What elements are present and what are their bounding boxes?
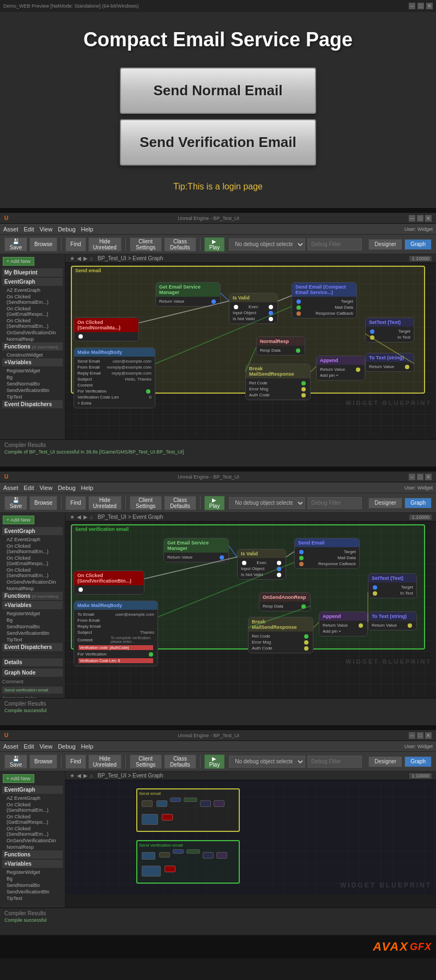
toolbar-class-3[interactable]: Class Defaults <box>164 755 196 769</box>
toolbar-browse-2[interactable]: Browse <box>29 496 57 510</box>
toolbar-play-3[interactable]: ▶ Play <box>204 755 225 769</box>
toolbar-hide-2[interactable]: Hide Unrelated <box>88 496 122 510</box>
menu-help-3[interactable]: Help <box>81 743 94 750</box>
add-new-btn-3[interactable]: + Add New <box>3 774 34 783</box>
toolbar-client-3[interactable]: Client Settings <box>130 755 162 769</box>
toolbar-find-2[interactable]: Find <box>65 496 86 510</box>
sidebar-on-clicked-1[interactable]: On Clicked (SendNormalEm...) <box>2 293 63 305</box>
add-new-btn[interactable]: + Add New <box>3 257 34 266</box>
sidebar-on-clicked-8[interactable]: On Clicked (GetEmailRespo...) <box>2 813 63 825</box>
debug-filter[interactable] <box>307 238 362 250</box>
node-get-email-service[interactable]: Get Email Service Manager Return Value <box>155 282 221 307</box>
node-make-mailreq[interactable]: Make MailReqBody Send Email user@example… <box>74 347 155 408</box>
ue-close-1[interactable]: ✕ <box>425 215 432 222</box>
ue-minimize-1[interactable]: ─ <box>409 215 415 222</box>
sidebar-var-bg[interactable]: Bg <box>2 374 63 381</box>
maximize-button[interactable]: □ <box>417 3 424 9</box>
sidebar-az-eventgraph-3[interactable]: AZ EventGraph <box>2 795 63 801</box>
toolbar-client-2[interactable]: Client Settings <box>130 496 162 510</box>
debug-filter-2[interactable] <box>307 497 362 509</box>
sidebar-var-tiptext[interactable]: TipText <box>2 394 63 400</box>
menu-asset-3[interactable]: Asset <box>3 743 19 750</box>
sidebar-var-sendverif-2[interactable]: SendVerificationBtn <box>2 630 63 636</box>
sidebar-normal-resp-2[interactable]: NormalResp <box>2 585 63 592</box>
debug-select-2[interactable]: No debug object selected <box>229 497 305 509</box>
menu-asset[interactable]: Asset <box>3 226 19 232</box>
menu-help-2[interactable]: Help <box>81 485 94 491</box>
graph-tab-2[interactable]: Graph <box>404 498 432 509</box>
menu-debug-2[interactable]: Debug <box>58 485 75 491</box>
ue-minimize-2[interactable]: ─ <box>409 474 415 480</box>
toolbar-play-2[interactable]: ▶ Play <box>204 496 225 510</box>
sidebar-on-clicked-9[interactable]: On Clicked (SendNormalEm...) <box>2 825 63 837</box>
sidebar-var-bg-3[interactable]: Bg <box>2 875 63 882</box>
menu-debug[interactable]: Debug <box>58 226 75 232</box>
sidebar-az-eventgraph[interactable]: AZ EventGraph <box>2 287 63 293</box>
node-on-clicked[interactable]: On Clicked (SendNormalMa...) <box>74 317 139 341</box>
graph-canvas-3[interactable]: Send email Send verification email <box>65 780 436 895</box>
ue-close-2[interactable]: ✕ <box>425 474 432 480</box>
designer-tab[interactable]: Designer <box>368 239 402 250</box>
toolbar-find[interactable]: Find <box>65 237 86 252</box>
sidebar-var-register-2[interactable]: RegisterWidget <box>2 610 63 617</box>
node-break-mailsend-2[interactable]: Break MailSendResponse Ret Code Error Ms… <box>248 617 313 653</box>
send-verification-email-button[interactable]: Send Verification Email <box>120 119 316 166</box>
toolbar-save-3[interactable]: 💾 Save <box>4 755 27 769</box>
sidebar-on-clicked-5[interactable]: On Clicked (GetEmailRespo...) <box>2 555 63 567</box>
menu-edit[interactable]: Edit <box>24 226 34 232</box>
close-button[interactable]: ✕ <box>426 3 433 9</box>
send-normal-email-button[interactable]: Send Normal Email <box>120 68 316 114</box>
toolbar-save[interactable]: 💾 Save <box>4 237 27 252</box>
menu-asset-2[interactable]: Asset <box>3 485 19 491</box>
node-append-2[interactable]: Append Return Value Add pin + <box>319 611 368 636</box>
node-send-email-2[interactable]: Send Email Target Mail Data <box>294 538 360 569</box>
node-onsendanon[interactable]: OnSendAnonResp Resp Data <box>259 592 311 611</box>
sidebar-on-clicked-6[interactable]: On Clicked (SendNormalEm...) <box>2 567 63 579</box>
graph-canvas-1[interactable]: Send email Get Email Service Manager Ret… <box>65 263 436 436</box>
node-normalresp[interactable]: NormalResp Resp Data <box>256 336 305 356</box>
menu-debug-3[interactable]: Debug <box>58 743 75 750</box>
menu-view-3[interactable]: View <box>39 743 52 750</box>
node-make-mailreq-verif[interactable]: Make MailReqBody To Email user@example.c… <box>74 601 158 666</box>
sidebar-on-clicked-3[interactable]: On Clicked (SendNormalEm...) <box>2 317 63 329</box>
node-get-email-service-2[interactable]: Get Email Service Manager Return Value <box>164 538 229 562</box>
node-totext-2[interactable]: To Text (string) Return Value <box>368 611 417 630</box>
sidebar-on-send-verif-3[interactable]: OnSendVerificationDin <box>2 837 63 844</box>
sidebar-var-tiptext-3[interactable]: TipText <box>2 895 63 902</box>
sidebar-var-bg-2[interactable]: Bg <box>2 617 63 623</box>
debug-select[interactable]: No debug object selected <box>229 238 305 250</box>
node-break-mailsend[interactable]: Break MailSendResponse Ret Code Error Ms… <box>245 364 311 400</box>
sidebar-on-send-verif-2[interactable]: OnSendVerificationDin <box>2 579 63 585</box>
sidebar-var-tiptext-2[interactable]: TipText <box>2 636 63 643</box>
sidebar-construct[interactable]: ConstructWidget <box>2 352 63 358</box>
toolbar-client[interactable]: Client Settings <box>130 237 162 252</box>
add-new-btn-2[interactable]: + Add New <box>3 516 34 524</box>
designer-tab-3[interactable]: Designer <box>368 756 402 767</box>
sidebar-var-sendverif[interactable]: SendVerificationBtn <box>2 387 63 394</box>
toolbar-class[interactable]: Class Defaults <box>164 237 196 252</box>
toolbar-browse[interactable]: Browse <box>29 237 57 252</box>
toolbar-hide[interactable]: Hide Unrelated <box>88 237 122 252</box>
menu-help[interactable]: Help <box>81 226 94 232</box>
sidebar-var-sendnormal-3[interactable]: SendNormalBo <box>2 882 63 889</box>
ue-maximize-3[interactable]: □ <box>417 732 423 739</box>
sidebar-var-sendverif-3[interactable]: SendVerificationBtn <box>2 889 63 895</box>
sidebar-var-register-3[interactable]: RegisterWidget <box>2 869 63 875</box>
toolbar-play[interactable]: ▶ Play <box>204 237 225 252</box>
debug-select-3[interactable]: No debug object selected <box>229 756 305 768</box>
node-is-valid[interactable]: Is Valid Exec Input Object <box>229 293 278 324</box>
graph-tab[interactable]: Graph <box>404 239 432 250</box>
sidebar-on-send-verif[interactable]: OnSendVerificationDin <box>2 329 63 336</box>
menu-edit-3[interactable]: Edit <box>24 743 34 750</box>
debug-filter-3[interactable] <box>307 756 362 768</box>
toolbar-class-2[interactable]: Class Defaults <box>164 496 196 510</box>
node-totext[interactable]: To Text (string) Return Value <box>365 353 414 372</box>
sidebar-normal-resp-3[interactable]: NormalResp <box>2 844 63 850</box>
sidebar-var-sendnormal-2[interactable]: SendNormalBo <box>2 623 63 630</box>
toolbar-browse-3[interactable]: Browse <box>29 755 57 769</box>
node-settext[interactable]: SetText (Text) Target In Text <box>365 317 414 342</box>
toolbar-hide-3[interactable]: Hide Unrelated <box>88 755 122 769</box>
sidebar-var-sendnormal[interactable]: SendNormalBo <box>2 381 63 387</box>
ue-close-3[interactable]: ✕ <box>425 732 432 739</box>
node-append[interactable]: Append Return Value Add pin + <box>316 356 365 381</box>
